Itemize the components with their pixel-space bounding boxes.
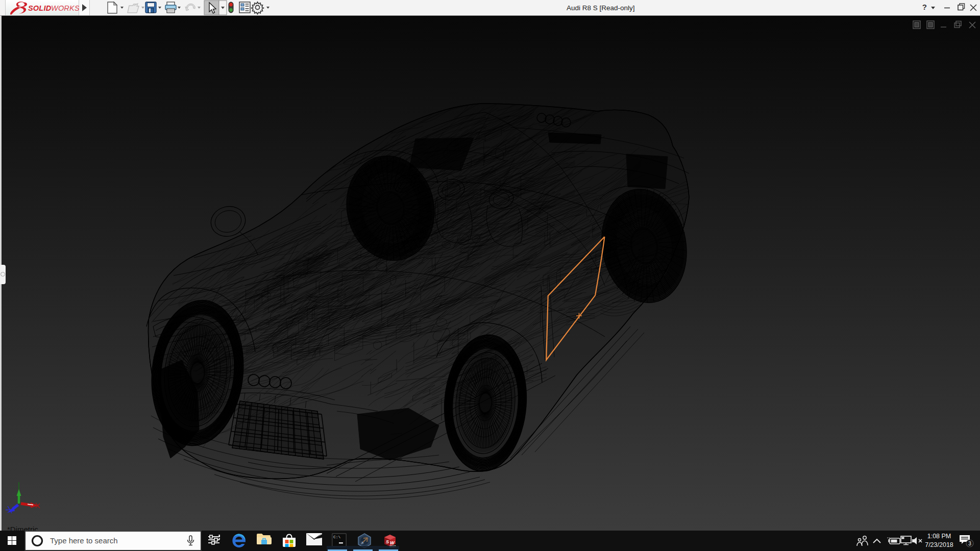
svg-text:C:\: C:\ — [333, 535, 341, 539]
svg-text:WORKS: WORKS — [51, 4, 80, 12]
svg-text:S: S — [386, 539, 389, 544]
svg-text:3: 3 — [968, 541, 971, 546]
svg-text:SOLID: SOLID — [28, 4, 52, 12]
